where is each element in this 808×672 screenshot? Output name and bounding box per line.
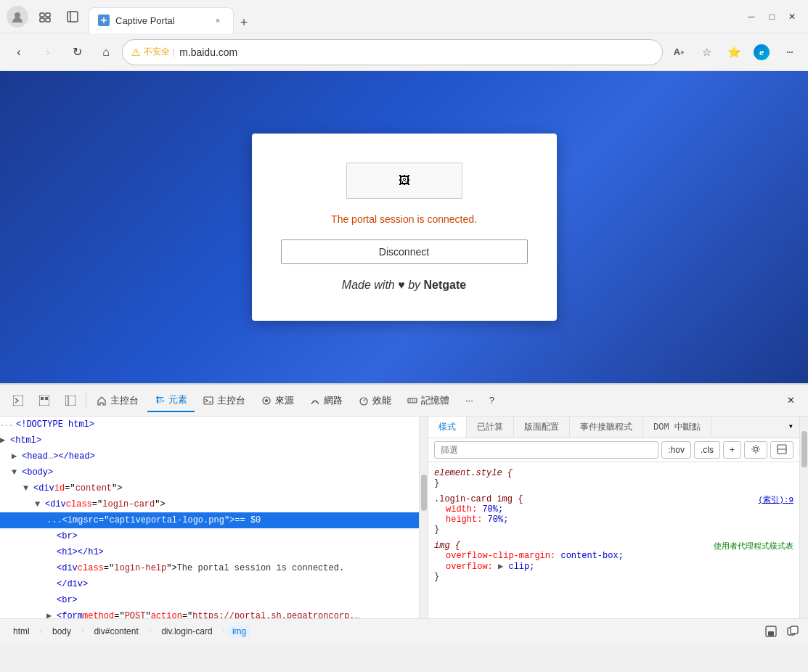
- home-btn[interactable]: ⌂: [93, 39, 119, 65]
- toolbar-separator: [86, 393, 86, 408]
- svg-rect-12: [65, 396, 76, 406]
- devtools-console-icon-btn[interactable]: [6, 389, 30, 412]
- security-label: 不安全: [144, 46, 170, 58]
- devtools-network-btn[interactable]: 網路: [303, 389, 350, 412]
- disconnect-btn[interactable]: Disconnect: [281, 239, 528, 264]
- breadcrumb-body[interactable]: body: [45, 623, 78, 639]
- sidebar-btn[interactable]: [61, 5, 84, 28]
- brand-name: Netgate: [423, 279, 466, 291]
- devtools-sidebar-icon-btn[interactable]: [58, 389, 83, 412]
- css-rule-img: img { 使用者代理程式樣式表 overflow-clip-margin: c…: [434, 541, 793, 582]
- devtools-close-btn[interactable]: ✕: [780, 389, 802, 412]
- css-tab-dom[interactable]: DOM 中斷點: [643, 417, 711, 438]
- more-btn[interactable]: ···: [776, 39, 802, 65]
- css-tab-styles[interactable]: 樣式: [428, 417, 467, 438]
- tabs-btn[interactable]: [33, 5, 57, 28]
- devtools-snap-btn[interactable]: [762, 622, 780, 641]
- edge-icon: e: [754, 44, 770, 60]
- back-btn[interactable]: ‹: [6, 39, 32, 65]
- html-line[interactable]: <br>: [0, 592, 419, 608]
- html-line[interactable]: <br>: [0, 528, 419, 544]
- maximize-btn[interactable]: □: [762, 7, 782, 27]
- html-line-highlighted[interactable]: ... <img src="captiveportal-logo.png"> =…: [0, 512, 419, 528]
- close-btn[interactable]: ✕: [782, 7, 802, 27]
- css-panel: 樣式 已計算 版面配置 事件接聽程式 DOM 中斷點 ▾ :hov .cls +: [428, 417, 799, 618]
- css-cls-btn[interactable]: .cls: [694, 441, 720, 459]
- minimize-btn[interactable]: ─: [741, 7, 762, 27]
- breadcrumb-login-card[interactable]: div.login-card: [154, 623, 219, 639]
- svg-rect-29: [768, 631, 774, 636]
- html-panel-scrollbar[interactable]: [419, 417, 428, 618]
- collections-btn[interactable]: ⭐: [721, 39, 747, 65]
- devtools-more-btn[interactable]: ···: [458, 389, 481, 412]
- devtools-tabs-icon-btn[interactable]: [32, 389, 57, 412]
- edge-btn[interactable]: e: [748, 39, 775, 65]
- css-tabs-more[interactable]: ▾: [783, 417, 799, 438]
- forward-btn[interactable]: ›: [35, 39, 61, 65]
- devtools-toolbar: 主控台 </> 元素 主控台 來源 網路 效能 記憶體 ··· ? ✕: [0, 385, 808, 417]
- html-line[interactable]: ▶ <form method="POST" action="https://po…: [0, 608, 419, 618]
- css-tab-layout[interactable]: 版面配置: [514, 417, 570, 438]
- css-scrollbar-thumb: [801, 431, 807, 467]
- svg-point-0: [15, 12, 20, 18]
- html-line[interactable]: ▼ <div id="content">: [0, 480, 419, 496]
- svg-line-20: [364, 399, 365, 401]
- portal-card: 🖼 The portal session is connected. Disco…: [252, 134, 557, 321]
- html-scrollbar-thumb: [421, 475, 427, 511]
- css-tab-event[interactable]: 事件接聽程式: [570, 417, 643, 438]
- css-panel-scrollbar[interactable]: [799, 417, 808, 618]
- tabs-container: Captive Portal × +: [89, 0, 737, 33]
- made-with-text: Made with ♥ by Netgate: [342, 279, 466, 292]
- css-add-btn[interactable]: +: [723, 441, 741, 459]
- devtools-elements-btn[interactable]: </> 元素: [147, 389, 195, 412]
- bottom-actions: [762, 622, 802, 641]
- address-bar[interactable]: ⚠ 不安全 | m.baidu.com: [122, 39, 663, 65]
- svg-rect-5: [68, 12, 78, 22]
- svg-rect-3: [40, 18, 44, 22]
- css-snap-btn[interactable]: [770, 441, 793, 459]
- svg-point-25: [754, 447, 758, 451]
- nav-actions: A» ☆ ⭐ e ···: [666, 39, 802, 65]
- devtools-detach-btn[interactable]: [783, 622, 802, 641]
- html-line[interactable]: ▼ <body>: [0, 464, 419, 480]
- html-panel[interactable]: ... <!DOCTYPE html> ▶ <html> ▶ <head…></…: [0, 417, 428, 618]
- svg-text:</>: </>: [156, 398, 165, 404]
- css-filter-input[interactable]: [434, 441, 658, 459]
- profile-btn[interactable]: [6, 5, 29, 28]
- breadcrumb-img[interactable]: img: [228, 625, 250, 638]
- html-line[interactable]: ▶ <head…></head>: [0, 448, 419, 464]
- devtools-body: ... <!DOCTYPE html> ▶ <html> ▶ <head…></…: [0, 417, 808, 618]
- devtools-performance-btn[interactable]: 效能: [351, 389, 399, 412]
- devtools-help-btn[interactable]: ?: [482, 389, 502, 412]
- devtools-console-btn[interactable]: 主控台: [196, 389, 253, 412]
- html-line[interactable]: ▼ <div class="login-card">: [0, 496, 419, 512]
- devtools-memory-btn[interactable]: 記憶體: [400, 389, 457, 412]
- css-settings-btn[interactable]: [744, 441, 767, 459]
- css-source-link[interactable]: (索引):9: [759, 494, 793, 505]
- active-tab[interactable]: Captive Portal ×: [89, 7, 234, 33]
- profile-icon: [7, 6, 28, 28]
- devtools-bottom-bar: html › body › div#content › div.login-ca…: [0, 618, 808, 643]
- css-tab-computed[interactable]: 已計算: [467, 417, 514, 438]
- html-line[interactable]: ▶ <html>: [0, 433, 419, 448]
- tab-title: Captive Portal: [115, 15, 205, 26]
- css-rule-element-style: element.style { }: [434, 468, 793, 488]
- devtools-sources-btn[interactable]: 來源: [254, 389, 301, 412]
- css-rule-login-card-img: .login-card img { (索引):9 width: 70%; hei…: [434, 494, 793, 535]
- tab-close-btn[interactable]: ×: [211, 14, 224, 27]
- favorites-btn[interactable]: ☆: [693, 39, 719, 65]
- titlebar: Captive Portal × + ─ □ ✕: [0, 0, 808, 33]
- new-tab-btn[interactable]: +: [234, 13, 254, 33]
- refresh-btn[interactable]: ↻: [64, 39, 90, 65]
- html-line[interactable]: <h1></h1>: [0, 544, 419, 560]
- devtools-home-btn[interactable]: 主控台: [89, 389, 146, 412]
- read-aloud-btn[interactable]: A»: [666, 39, 692, 65]
- breadcrumb-html[interactable]: html: [6, 623, 37, 639]
- html-line[interactable]: </div>: [0, 576, 419, 592]
- html-line[interactable]: <div class="login-help"> The portal sess…: [0, 560, 419, 576]
- window-controls: ─ □ ✕: [741, 7, 802, 27]
- css-hov-btn[interactable]: :hov: [661, 441, 691, 459]
- url-text[interactable]: m.baidu.com: [179, 46, 653, 58]
- svg-rect-31: [791, 626, 798, 634]
- breadcrumb-content[interactable]: div#content: [86, 623, 145, 639]
